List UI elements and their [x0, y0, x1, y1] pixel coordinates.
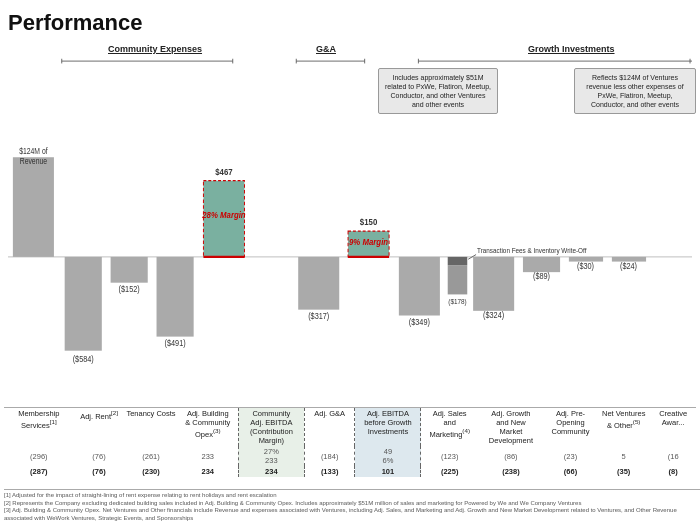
cell-sales-2019: (123)	[421, 446, 478, 466]
tooltip-ventures-1: Includes approximately $51M related to P…	[378, 68, 498, 114]
chart-area: $124M of Revenue ($584) ($152) ($491) $4…	[8, 40, 692, 380]
cell-gna-2019: (184)	[304, 446, 355, 466]
svg-text:$124M of: $124M of	[19, 146, 48, 156]
svg-text:Transaction Fees & Inventory W: Transaction Fees & Inventory Write-Off	[477, 247, 586, 256]
svg-text:($584): ($584)	[73, 355, 94, 365]
cell-preopening-2019: (23)	[544, 446, 597, 466]
bar-tenancy	[111, 257, 148, 283]
footnote-2: [2] Represents the Company excluding ded…	[4, 500, 700, 508]
svg-text:($349): ($349)	[409, 317, 430, 327]
col-adj-rent: Adj. Rent[2]	[74, 408, 125, 447]
bar-adj-rent	[65, 257, 102, 351]
cell-building-2019: 233	[178, 446, 239, 466]
svg-text:Revenue: Revenue	[20, 157, 47, 167]
section-growth: Growth Investments	[528, 44, 615, 54]
cell-ebitda-growth-2020: 101	[355, 466, 421, 477]
svg-text:$150: $150	[360, 217, 378, 228]
col-pre-opening: Adj. Pre-OpeningCommunity	[544, 408, 597, 447]
col-community-ebitda: CommunityAdj. EBITDA(ContributionMargin)	[238, 408, 304, 447]
svg-text:($89): ($89)	[533, 272, 550, 282]
cell-gna-2020: (133)	[304, 466, 355, 477]
cell-rent-2020: (76)	[74, 466, 125, 477]
cell-ebitda-2019: 27%233	[238, 446, 304, 466]
cell-creative-2020: (8)	[650, 466, 696, 477]
cell-growth-2019: (86)	[478, 446, 544, 466]
cell-growth-2020: (238)	[478, 466, 544, 477]
svg-text:($24): ($24)	[620, 261, 637, 271]
table-row-2020: (287) (76) (230) 234 234 (133) 101 (225)…	[4, 466, 696, 477]
cell-tenancy-2020: (230)	[124, 466, 177, 477]
svg-text:($317): ($317)	[308, 311, 329, 321]
col-building: Adj. Building& CommunityOpex(3)	[178, 408, 239, 447]
cell-ventures-2020: (35)	[597, 466, 650, 477]
cell-building-2020: 234	[178, 466, 239, 477]
bar-membership	[13, 157, 54, 257]
table-row-2019: (296) (76) (261) 233 27%233 (184) 496% (…	[4, 446, 696, 466]
section-community: Community Expenses	[108, 44, 202, 54]
bar-gna	[298, 257, 339, 310]
svg-text:($152): ($152)	[119, 284, 140, 294]
section-ga: G&A	[316, 44, 336, 54]
bar-sales	[399, 257, 440, 316]
tooltip-ventures-2: Reflects $124M of Ventures revenue less …	[574, 68, 696, 114]
table-header-row: MembershipServices[1] Adj. Rent[2] Tenan…	[4, 408, 696, 447]
col-sales: Adj. SalesandMarketing(4)	[421, 408, 478, 447]
cell-membership-2020: (287)	[4, 466, 74, 477]
footnote-1: [1] Adjusted for the impact of straight-…	[4, 492, 700, 500]
svg-text:($30): ($30)	[577, 261, 594, 271]
page-title: Performance	[8, 10, 692, 36]
bar-building	[157, 257, 194, 337]
cell-tenancy-2019: (261)	[124, 446, 177, 466]
svg-text:9% Margin: 9% Margin	[349, 236, 388, 247]
svg-text:$467: $467	[215, 166, 233, 177]
svg-text:28% Margin: 28% Margin	[201, 210, 245, 221]
cell-ebitda-2020: 234	[238, 466, 304, 477]
svg-text:($178): ($178)	[448, 297, 466, 306]
col-membership: MembershipServices[1]	[4, 408, 74, 447]
data-table: MembershipServices[1] Adj. Rent[2] Tenan…	[4, 407, 696, 477]
svg-text:($324): ($324)	[483, 310, 504, 320]
col-net-ventures: Net Ventures& Other(5)	[597, 408, 650, 447]
cell-rent-2019: (76)	[74, 446, 125, 466]
col-tenancy: Tenancy Costs	[124, 408, 177, 447]
bar-growth-new	[473, 257, 514, 311]
bar-pre-opening	[523, 257, 560, 272]
cell-ebitda-growth-2019: 496%	[355, 446, 421, 466]
cell-creative-2019: (16	[650, 446, 696, 466]
cell-membership-2019: (296)	[4, 446, 74, 466]
footnotes-area: [1] Adjusted for the impact of straight-…	[4, 489, 700, 523]
cell-ventures-2019: 5	[597, 446, 650, 466]
col-creative: CreativeAwar...	[650, 408, 696, 447]
col-growth-dev: Adj. Growthand NewMarketDevelopment	[478, 408, 544, 447]
col-ebitda-growth: Adj. EBITDAbefore GrowthInvestments	[355, 408, 421, 447]
performance-page: Performance $124M of Revenue	[0, 0, 700, 525]
col-gna: Adj. G&A	[304, 408, 355, 447]
svg-text:($491): ($491)	[165, 338, 186, 348]
cell-preopening-2020: (66)	[544, 466, 597, 477]
bar-transaction2	[448, 265, 468, 294]
footnote-3: [3] Adj. Building & Community Opex. Net …	[4, 507, 700, 523]
data-table-container: MembershipServices[1] Adj. Rent[2] Tenan…	[0, 407, 700, 477]
cell-sales-2020: (225)	[421, 466, 478, 477]
